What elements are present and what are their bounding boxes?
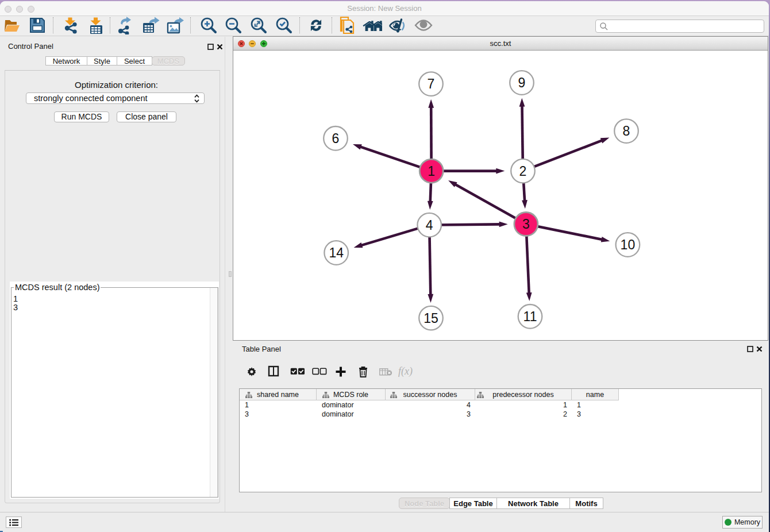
svg-text:2: 2 <box>519 163 527 178</box>
svg-text:11: 11 <box>523 309 537 324</box>
svg-text:1: 1 <box>428 163 435 178</box>
svg-text:14: 14 <box>329 245 344 260</box>
svg-text:3: 3 <box>522 217 530 232</box>
svg-text:7: 7 <box>428 76 435 91</box>
svg-text:4: 4 <box>426 217 433 232</box>
svg-text:10: 10 <box>621 237 636 252</box>
svg-text:9: 9 <box>518 75 526 90</box>
svg-text:15: 15 <box>424 310 438 325</box>
svg-text:6: 6 <box>332 131 340 146</box>
svg-text:8: 8 <box>623 124 630 138</box>
